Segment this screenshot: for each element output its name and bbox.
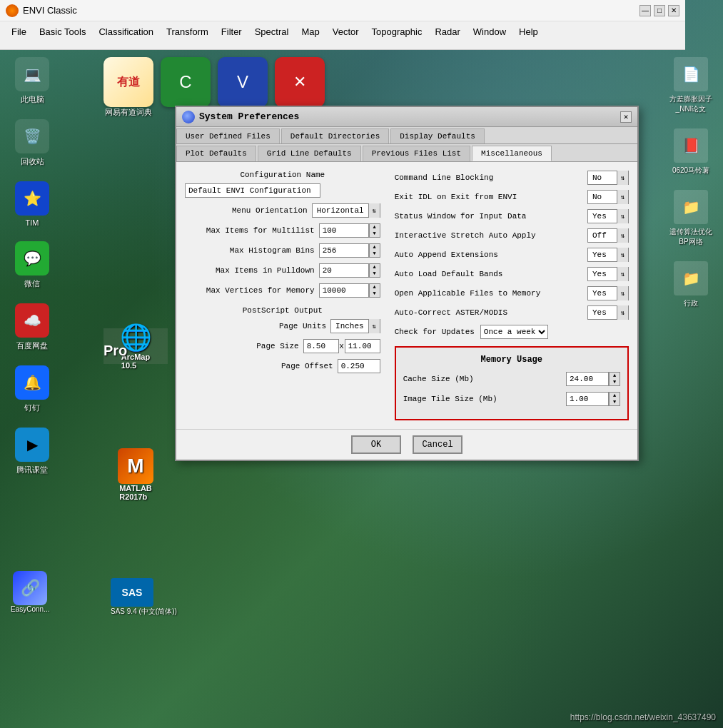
maximize-button[interactable]: □ — [654, 5, 665, 16]
icon-tim[interactable]: ⭐ TIM — [7, 181, 57, 227]
open-files-value: Yes — [588, 287, 617, 300]
sas-icon[interactable]: SAS SAS 9.4 (中文(简体)) — [111, 578, 177, 617]
icon-paper1[interactable]: 📄 方差膨胀因子_NNI论文 — [666, 57, 716, 114]
icon-computer[interactable]: 💻 此电脑 — [7, 57, 57, 105]
page-units-toggle: Inches ⇅ — [330, 319, 380, 333]
auto-load-value: Yes — [588, 268, 617, 280]
youdao-label: 网易有道词典 — [105, 107, 152, 118]
tab-previous-files-list[interactable]: Previous Files List — [363, 146, 470, 161]
desktop: ENVI Classic — □ ✕ File Basic Tools Clas… — [0, 0, 723, 728]
left-panel: Configuration Name Menu Orientation Hori… — [185, 171, 380, 420]
envi-logo-icon — [6, 4, 19, 17]
menu-radar[interactable]: Radar — [429, 25, 465, 39]
max-items-pulldown-input[interactable] — [319, 263, 369, 278]
menu-filter[interactable]: Filter — [216, 25, 248, 39]
cache-size-spinner[interactable]: ▲ ▼ — [609, 372, 620, 386]
icon-recycle[interactable]: 🗑️ 回收站 — [7, 119, 57, 167]
tab-miscellaneous[interactable]: Miscellaneous — [472, 146, 552, 161]
max-items-multilist-spinner[interactable]: ▲ ▼ — [369, 223, 380, 238]
menu-file[interactable]: File — [6, 25, 32, 39]
aster-arrow[interactable]: ⇅ — [617, 305, 628, 320]
cmd-blocking-toggle: No ⇅ — [587, 171, 629, 185]
icon-tencent[interactable]: ▶ 腾讯课堂 — [7, 428, 57, 475]
stretch-auto-toggle: Off ⇅ — [587, 228, 629, 243]
max-items-pulldown-spinner[interactable]: ▲ ▼ — [369, 263, 380, 278]
minimize-button[interactable]: — — [639, 5, 651, 16]
tab-default-directories[interactable]: Default Directories — [281, 128, 389, 143]
open-files-toggle: Yes ⇅ — [587, 286, 629, 300]
icon-dingding[interactable]: 🔔 钉钉 — [7, 365, 57, 413]
tab-user-defined-files[interactable]: User Defined Files — [176, 128, 280, 143]
page-size-y-input[interactable] — [345, 339, 380, 353]
config-name-label: Configuration Name — [185, 171, 380, 179]
close-button[interactable]: ✕ — [668, 5, 679, 16]
stretch-auto-value: Off — [588, 229, 617, 242]
max-histogram-bins-spinner[interactable]: ▲ ▼ — [369, 243, 380, 258]
folder1-icon: 📁 — [674, 190, 708, 224]
envi-menu-bar: File Basic Tools Classification Transfor… — [0, 21, 685, 41]
image-tile-input[interactable] — [566, 392, 609, 406]
max-items-pulldown-row: Max Items in Pulldown ▲ ▼ — [185, 263, 380, 278]
menu-spectral[interactable]: Spectral — [249, 25, 295, 39]
menu-orientation-arrow[interactable]: ⇅ — [368, 203, 380, 218]
paper1-label: 方差膨胀因子_NNI论文 — [666, 94, 716, 114]
page-size-x-input[interactable] — [303, 339, 339, 353]
max-histogram-bins-input[interactable] — [319, 243, 369, 258]
image-tile-spinner[interactable]: ▲ ▼ — [609, 392, 620, 406]
cmd-blocking-value: No — [588, 171, 617, 184]
page-offset-input[interactable] — [338, 359, 380, 373]
memory-title: Memory Usage — [403, 355, 620, 365]
cache-size-input[interactable] — [566, 372, 609, 386]
icon-folder1[interactable]: 📁 遗传算法优化BP网络 — [666, 190, 716, 247]
menu-map[interactable]: Map — [295, 25, 325, 39]
right-row-4: Auto Append Extensions Yes ⇅ — [395, 248, 629, 262]
desktop-icons-right: 📄 方差膨胀因子_NNI论文 📕 0620马铃薯 📁 遗传算法优化BP网络 📁 … — [666, 57, 716, 308]
open-files-control: Yes ⇅ — [587, 286, 629, 300]
menu-transform[interactable]: Transform — [161, 25, 214, 39]
app-youdao[interactable]: 有道 网易有道词典 — [103, 57, 153, 118]
menu-help[interactable]: Help — [513, 25, 544, 39]
status-window-label: Status Window for Input Data — [395, 212, 587, 221]
menu-topographic[interactable]: Topographic — [366, 25, 428, 39]
tab-grid-line-defaults[interactable]: Grid Line Defaults — [258, 146, 361, 161]
dialog-close-button[interactable]: ✕ — [620, 111, 632, 123]
updates-select[interactable]: Once a week Daily Never — [480, 325, 548, 339]
status-window-arrow[interactable]: ⇅ — [617, 209, 628, 223]
icon-baidu[interactable]: ☁️ 百度网盘 — [7, 303, 57, 351]
menu-basic-tools[interactable]: Basic Tools — [34, 25, 92, 39]
open-files-arrow[interactable]: ⇅ — [617, 286, 628, 300]
aster-control: Yes ⇅ — [587, 305, 629, 320]
auto-append-arrow[interactable]: ⇅ — [617, 248, 628, 262]
max-items-multilist-input[interactable] — [319, 223, 369, 238]
auto-append-control: Yes ⇅ — [587, 248, 629, 262]
postscript-label: PostScript Output — [185, 306, 380, 315]
exit-idl-arrow[interactable]: ⇅ — [617, 190, 628, 204]
icon-folder2[interactable]: 📁 行政 — [666, 261, 716, 308]
menu-classification[interactable]: Classification — [93, 25, 159, 39]
menu-window[interactable]: Window — [467, 25, 512, 39]
tencent-label: 腾讯课堂 — [16, 465, 48, 475]
cancel-button[interactable]: Cancel — [413, 435, 462, 454]
max-vertices-label: Max Vertices for Memory — [185, 286, 319, 295]
config-name-input[interactable] — [185, 183, 320, 198]
exit-idl-label: Exit IDL on Exit from ENVI — [395, 193, 587, 201]
max-items-pulldown-label: Max Items in Pulldown — [185, 266, 319, 275]
max-vertices-spinner[interactable]: ▲ ▼ — [369, 283, 380, 298]
max-vertices-input[interactable] — [319, 283, 369, 298]
status-window-value: Yes — [588, 210, 617, 223]
easyconn-icon[interactable]: 🔗 EasyConn... — [11, 571, 49, 613]
menu-vector[interactable]: Vector — [327, 25, 365, 39]
updates-row: Check for Updates Once a week Daily Neve… — [395, 325, 629, 339]
auto-load-arrow[interactable]: ⇅ — [617, 267, 628, 281]
image-tile-label: Image Tile Size (Mb) — [403, 395, 566, 403]
ok-button[interactable]: OK — [351, 435, 401, 454]
page-units-arrow[interactable]: ⇅ — [368, 319, 380, 333]
stretch-auto-arrow[interactable]: ⇅ — [617, 228, 628, 243]
icon-book[interactable]: 📕 0620马铃薯 — [666, 128, 716, 176]
recycle-icon: 🗑️ — [15, 119, 49, 153]
cmd-blocking-arrow[interactable]: ⇅ — [617, 171, 628, 185]
tab-display-defaults[interactable]: Display Defaults — [390, 128, 485, 143]
icon-wechat[interactable]: 💬 微信 — [7, 241, 57, 289]
desktop-icons-left: 💻 此电脑 🗑️ 回收站 ⭐ TIM 💬 微信 ☁️ 百度网盘 🔔 钉钉 ▶ 腾… — [7, 57, 57, 475]
tab-plot-defaults[interactable]: Plot Defaults — [176, 146, 256, 161]
